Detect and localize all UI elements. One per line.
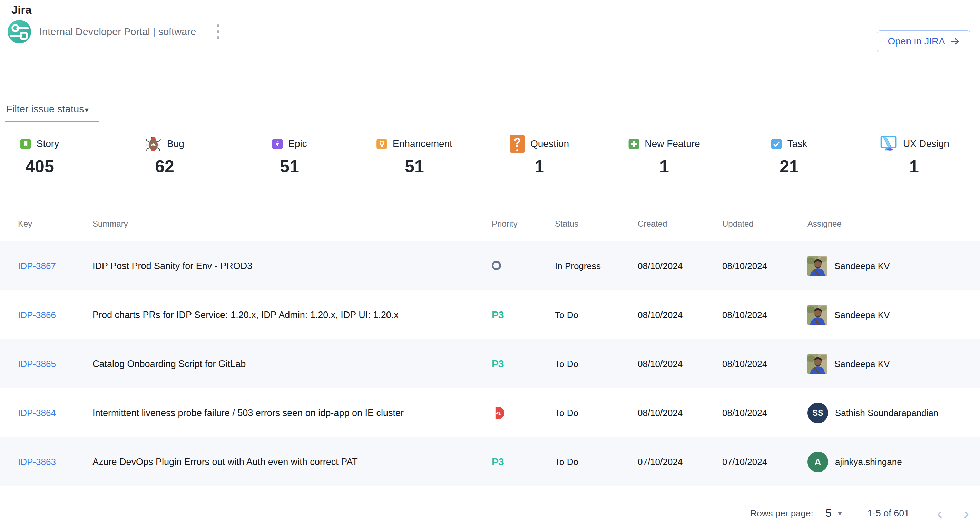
stat-count: 21: [780, 157, 799, 177]
stat-bug: </> Bug 62: [145, 134, 184, 177]
priority-p3-icon: P3: [492, 309, 504, 320]
priority-none-icon: [492, 261, 501, 270]
issue-created-date: 08/10/2024: [638, 359, 722, 370]
assignee-name: Sandeepa KV: [834, 359, 889, 370]
assignee-name: Sandeepa KV: [834, 261, 889, 271]
issue-created-date: 08/10/2024: [638, 261, 722, 271]
question-icon: ?: [510, 135, 525, 153]
table-row: IDP-3864 Intermittent liveness probe fai…: [0, 389, 980, 438]
table-row: IDP-3867 IDP Post Prod Sanity for Env - …: [0, 241, 980, 290]
rows-per-page-label: Rows per page:: [751, 508, 813, 519]
issue-updated-date: 07/10/2024: [722, 457, 807, 467]
stat-story: Story 405: [21, 134, 59, 177]
issue-status: To Do: [555, 457, 638, 467]
enhancement-icon: [377, 139, 387, 149]
issue-summary: Catalog Onboarding Script for GitLab: [92, 359, 492, 370]
page-title: Jira: [11, 3, 32, 17]
assignee-avatar: [807, 305, 827, 325]
assignee-avatar: [807, 354, 827, 374]
stat-count: 62: [155, 157, 174, 177]
issue-type-stats: Story 405 </> Bug 62: [0, 134, 980, 182]
issue-summary: Azure DevOps Plugin Errors out with Auth…: [92, 457, 492, 467]
stat-task: Task 21: [771, 134, 807, 177]
stat-question: ? Question 1: [510, 134, 569, 177]
assignee-name: ajinkya.shingane: [835, 457, 902, 467]
column-header-status: Status: [555, 219, 638, 229]
issue-updated-date: 08/10/2024: [722, 408, 807, 419]
issue-key-link[interactable]: IDP-3863: [18, 457, 56, 467]
task-icon: [771, 139, 782, 149]
column-header-created: Created: [638, 219, 722, 229]
column-header-summary: Summary: [92, 219, 492, 229]
assignee-name: Sathish Soundarapandian: [835, 408, 938, 419]
chevron-down-icon: ▼: [837, 509, 843, 517]
priority-p1-icon: P1: [492, 407, 504, 419]
issue-updated-date: 08/10/2024: [722, 261, 807, 271]
next-page-button[interactable]: ›: [964, 505, 969, 521]
issue-updated-date: 08/10/2024: [722, 359, 807, 370]
chevron-down-icon: ▾: [85, 106, 89, 114]
issue-key-link[interactable]: IDP-3864: [18, 408, 56, 418]
stat-count: 51: [405, 157, 424, 177]
stat-count: 405: [25, 157, 54, 177]
issue-key-link[interactable]: IDP-3867: [18, 261, 56, 271]
issue-status: To Do: [555, 359, 638, 370]
epic-icon: [272, 139, 283, 149]
stat-new-feature: New Feature 1: [628, 134, 700, 177]
svg-text:</>: </>: [151, 143, 156, 147]
project-header: Internal Developer Portal | software: [8, 20, 221, 43]
ux-design-icon: [879, 135, 897, 153]
column-header-priority: Priority: [492, 219, 555, 229]
open-in-jira-button[interactable]: Open in JIRA: [877, 30, 970, 52]
story-icon: [21, 139, 31, 149]
column-header-updated: Updated: [722, 219, 807, 229]
issue-summary: Intermittent liveness probe failure / 50…: [92, 408, 492, 419]
issue-created-date: 07/10/2024: [638, 457, 722, 467]
svg-text:?: ?: [514, 136, 521, 150]
assignee-name: Sandeepa KV: [834, 310, 889, 320]
table-row: IDP-3865 Catalog Onboarding Script for G…: [0, 339, 980, 389]
assignee-avatar: [807, 256, 827, 276]
issue-created-date: 08/10/2024: [638, 408, 722, 419]
issue-status: To Do: [555, 310, 638, 320]
pagination-bar: Rows per page: 5 ▼ 1-5 of 601 ‹ ›: [751, 503, 969, 523]
stat-count: 51: [280, 157, 299, 177]
assignee-avatar: SS: [807, 403, 828, 423]
issues-table: IDP-3867 IDP Post Prod Sanity for Env - …: [0, 241, 980, 486]
issue-status: To Do: [555, 408, 638, 419]
issue-created-date: 08/10/2024: [638, 310, 722, 320]
filter-issue-status-select[interactable]: Filter issue status▾: [5, 103, 99, 122]
issues-table-header: Key Summary Priority Status Created Upda…: [0, 207, 980, 241]
stat-count: 1: [535, 157, 544, 177]
column-header-assignee: Assignee: [807, 219, 980, 229]
project-title: Internal Developer Portal | software: [39, 26, 196, 38]
priority-p3-icon: P3: [492, 456, 504, 467]
stat-count: 1: [659, 157, 669, 177]
issue-summary: IDP Post Prod Sanity for Env - PROD3: [92, 261, 492, 271]
issue-key-link[interactable]: IDP-3866: [18, 310, 56, 320]
more-options-menu-icon[interactable]: [215, 22, 221, 41]
table-row: IDP-3863 Azure DevOps Plugin Errors out …: [0, 438, 980, 486]
issue-status: In Progress: [555, 261, 638, 271]
new-feature-icon: [628, 139, 639, 149]
issue-updated-date: 08/10/2024: [722, 310, 807, 320]
jira-plugin-page: Jira Internal Developer Portal | softwar…: [0, 0, 980, 525]
column-header-key: Key: [18, 219, 92, 229]
arrow-right-icon: [951, 38, 959, 45]
bug-icon: </>: [145, 136, 161, 152]
issue-key-link[interactable]: IDP-3865: [18, 359, 56, 369]
stat-enhancement: Enhancement 51: [377, 134, 452, 177]
project-logo-icon: [8, 20, 31, 43]
pagination-range: 1-5 of 601: [867, 508, 910, 519]
previous-page-button[interactable]: ‹: [937, 505, 942, 521]
stat-epic: Epic 51: [272, 134, 307, 177]
issue-summary: Prod charts PRs for IDP Service: 1.20.x,…: [92, 310, 492, 320]
table-row: IDP-3866 Prod charts PRs for IDP Service…: [0, 290, 980, 339]
rows-per-page-select[interactable]: 5 ▼: [826, 507, 843, 519]
stat-ux-design: UX Design 1: [879, 134, 949, 177]
priority-p3-icon: P3: [492, 358, 504, 370]
stat-count: 1: [909, 157, 919, 177]
assignee-avatar: A: [807, 452, 828, 472]
